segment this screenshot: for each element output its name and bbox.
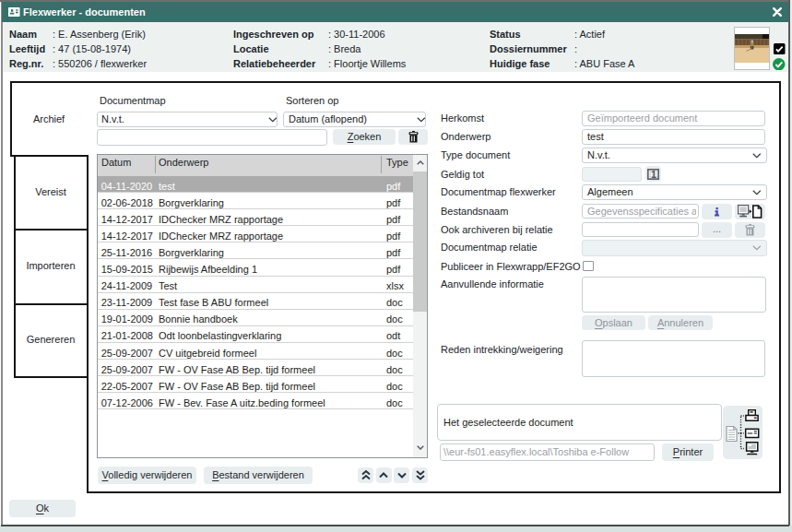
svg-text:1: 1 xyxy=(650,169,656,180)
